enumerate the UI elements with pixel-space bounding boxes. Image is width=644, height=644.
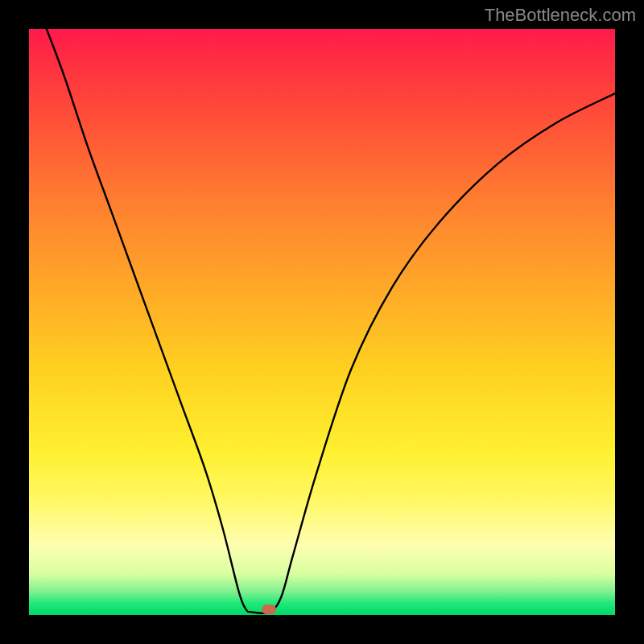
bottleneck-curve [47, 29, 615, 613]
minimum-marker [262, 605, 276, 614]
watermark-text: TheBottleneck.com [485, 5, 636, 26]
chart-frame: TheBottleneck.com [0, 0, 644, 644]
plot-area [29, 29, 615, 615]
curve-svg [29, 29, 615, 615]
